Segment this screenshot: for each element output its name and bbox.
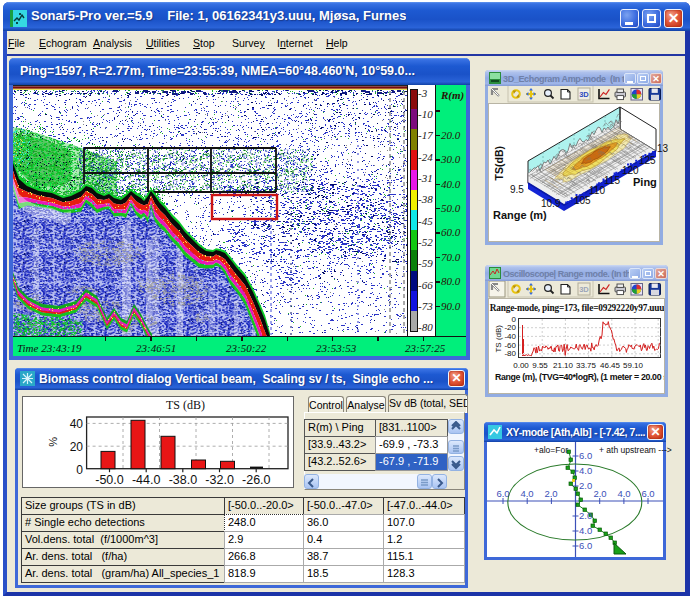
svg-text:3D: 3D	[579, 90, 589, 99]
svg-text:3D: 3D	[579, 285, 589, 294]
